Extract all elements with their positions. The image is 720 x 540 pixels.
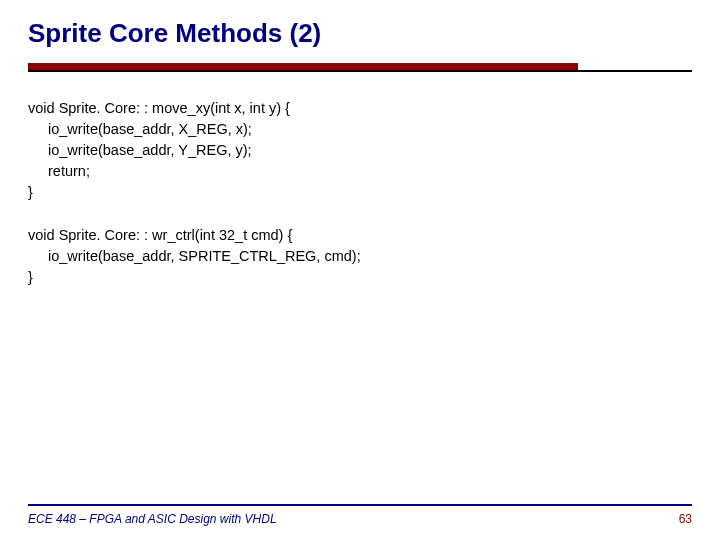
code-line: } xyxy=(28,267,692,288)
code-line: return; xyxy=(28,161,692,182)
footer-course-text: ECE 448 – FPGA and ASIC Design with VHDL xyxy=(28,512,277,526)
slide-title: Sprite Core Methods (2) xyxy=(28,18,692,49)
title-divider xyxy=(28,63,692,72)
code-block-move-xy: void Sprite. Core: : move_xy(int x, int … xyxy=(28,98,692,203)
code-line: } xyxy=(28,182,692,203)
footer-row: ECE 448 – FPGA and ASIC Design with VHDL… xyxy=(28,512,692,526)
divider-thin-line xyxy=(28,70,692,72)
code-block-wr-ctrl: void Sprite. Core: : wr_ctrl(int 32_t cm… xyxy=(28,225,692,288)
page-number: 63 xyxy=(679,512,692,526)
slide-footer: ECE 448 – FPGA and ASIC Design with VHDL… xyxy=(0,504,720,526)
code-line: io_write(base_addr, Y_REG, y); xyxy=(28,140,692,161)
code-line: io_write(base_addr, X_REG, x); xyxy=(28,119,692,140)
slide-container: Sprite Core Methods (2) void Sprite. Cor… xyxy=(0,0,720,540)
code-line: void Sprite. Core: : wr_ctrl(int 32_t cm… xyxy=(28,225,692,246)
code-line: void Sprite. Core: : move_xy(int x, int … xyxy=(28,98,692,119)
code-line: io_write(base_addr, SPRITE_CTRL_REG, cmd… xyxy=(28,246,692,267)
footer-divider xyxy=(28,504,692,506)
